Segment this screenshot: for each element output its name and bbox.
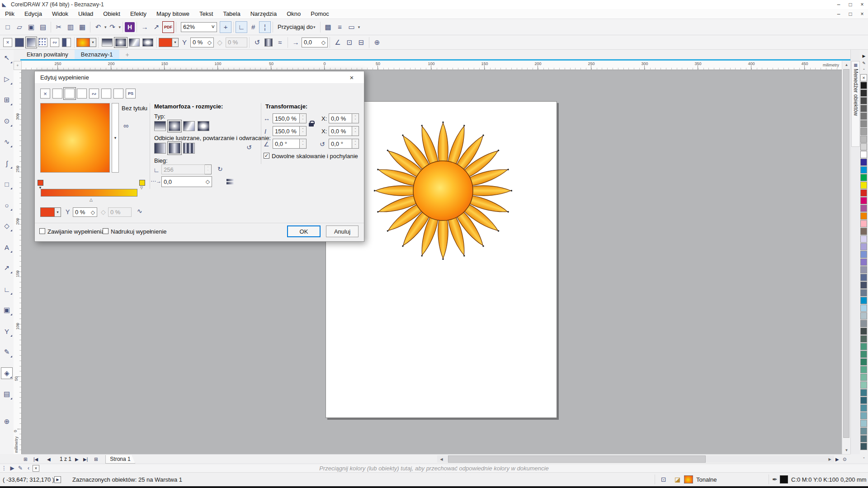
menu-edycja[interactable]: Edycja (19, 10, 47, 17)
copy-icon[interactable]: ▥ (65, 21, 76, 33)
rotate-field[interactable]: 0,0 ° ˆˇ (329, 139, 359, 149)
node-transparency-field[interactable]: 0 % ◇ (190, 38, 214, 47)
menu-widok[interactable]: Widok (47, 10, 73, 17)
palette-swatch[interactable] (860, 220, 867, 227)
palette-swatch[interactable] (860, 358, 867, 366)
type-square-button[interactable] (198, 121, 209, 131)
palette-swatch[interactable] (860, 435, 867, 442)
docpal-no-color-swatch[interactable]: × (33, 465, 39, 472)
guidelines-toggle-icon[interactable]: ¦ (259, 21, 271, 33)
selection-node[interactable] (421, 255, 423, 257)
square-fountain-button[interactable] (142, 38, 153, 47)
skew-field[interactable]: 0,0 ° ˆˇ (273, 139, 307, 149)
quick-customize-icon[interactable]: ⊕ (371, 37, 383, 48)
open-icon[interactable]: ▱ (14, 21, 25, 33)
flower-petal[interactable] (375, 186, 417, 196)
palette-swatch[interactable] (860, 205, 867, 212)
corner-pan-icon[interactable]: ▶ (835, 455, 839, 463)
stop-curve-icon[interactable]: ∿ (137, 207, 142, 215)
flower-petal[interactable] (469, 186, 511, 196)
smooth-fill-icon[interactable]: ≈ (274, 37, 286, 48)
redo-icon[interactable]: ↷ (107, 21, 118, 33)
palette-swatch[interactable] (860, 420, 867, 427)
zoom-level-combo[interactable]: 62% ˅ (181, 22, 217, 32)
doc-restore-button[interactable]: □ (844, 10, 856, 18)
palette-swatch[interactable] (860, 251, 867, 258)
palette-eyedropper-icon[interactable]: ✎ (860, 60, 868, 67)
dimension-tool[interactable]: ↗ (1, 262, 13, 274)
menu-efekty[interactable]: Efekty (125, 10, 151, 17)
selection-node[interactable] (507, 169, 509, 170)
menu-mapy-bitowe[interactable]: Mapy bitowe (151, 10, 194, 17)
radial-fountain-button[interactable] (115, 38, 126, 47)
horizontal-scrollbar[interactable]: ◀ ▶ (437, 455, 834, 463)
offset-stepper-icon[interactable]: ◇ (320, 39, 326, 46)
selection-node[interactable] (511, 190, 512, 192)
ruler-origin-button[interactable]: + (14, 61, 22, 70)
text-tool[interactable]: A (1, 241, 13, 253)
crop-tool[interactable]: ⊞ (1, 94, 13, 106)
tab-ekran-powitalny[interactable]: Ekran powitalny (20, 50, 75, 59)
two-color-fill-tile[interactable] (62, 38, 71, 47)
fill-status-swatch[interactable] (684, 475, 693, 483)
cut-icon[interactable]: ✂ (53, 21, 65, 33)
type-conical-button[interactable] (183, 121, 195, 131)
lock-ratio-icon[interactable] (309, 123, 314, 127)
selection-node[interactable] (463, 125, 465, 127)
palette-swatch[interactable] (860, 381, 867, 389)
palette-swatch[interactable] (860, 82, 867, 89)
fill-picker-dropdown-icon[interactable]: ▾ (90, 38, 96, 47)
tab-beznazwy-1[interactable]: Beznazwy-1 (75, 50, 119, 59)
dlg-vector-pattern-tile[interactable]: ∾ (89, 89, 99, 99)
linear-fountain-button[interactable] (102, 38, 113, 47)
first-page-button[interactable]: |◀ (33, 455, 38, 463)
fill-width-spinner[interactable]: ˆˇ (300, 113, 307, 123)
palette-swatch[interactable] (860, 113, 867, 120)
menu-narz-dzia[interactable]: Narzędzia (245, 10, 282, 17)
flower-center[interactable] (413, 161, 473, 221)
steps-unlock-icon[interactable]: ↻ (217, 165, 223, 173)
stop-transparency-stepper-icon[interactable]: ◇ (90, 209, 95, 216)
selection-node[interactable] (374, 190, 375, 192)
new-document-icon[interactable]: □ (2, 21, 14, 33)
horizontal-scroll-thumb[interactable] (448, 455, 706, 463)
offset-field[interactable]: 0,0 ◇ (161, 176, 212, 187)
gradient-stop-start[interactable] (38, 180, 43, 186)
palette-swatch[interactable] (860, 159, 867, 166)
maximize-button[interactable]: □ (844, 0, 856, 9)
pan-icon[interactable]: + (220, 21, 231, 33)
menu-plik[interactable]: Plik (0, 10, 19, 17)
palette-swatch[interactable] (860, 366, 867, 373)
no-fill-tile[interactable]: × (3, 38, 12, 47)
menu-okno[interactable]: Okno (282, 10, 306, 17)
selection-node[interactable] (443, 122, 444, 123)
midpoint-marker-icon[interactable]: △ (90, 197, 93, 202)
stop-color-swatch[interactable] (40, 207, 55, 217)
menu-obiekt[interactable]: Obiekt (98, 10, 125, 17)
selection-node[interactable] (443, 258, 444, 260)
previous-page-button[interactable]: ◀ (47, 455, 51, 463)
palette-swatch[interactable] (860, 351, 867, 358)
app-launcher-icon[interactable]: H (125, 22, 135, 32)
palette-swatch[interactable] (860, 312, 867, 319)
import-icon[interactable]: → (139, 21, 151, 33)
last-page-button[interactable]: ▶| (83, 455, 88, 463)
pick-tool[interactable]: ↖ (1, 52, 13, 64)
docpal-flyout-icon[interactable]: ▶ (8, 464, 16, 472)
freehand-tool[interactable]: ∿ (1, 136, 13, 148)
type-linear-button[interactable] (154, 121, 166, 131)
palette-swatch[interactable] (860, 120, 867, 127)
dialog-close-icon[interactable]: × (345, 74, 359, 81)
palette-swatch[interactable] (860, 228, 867, 235)
selection-node[interactable] (507, 211, 509, 213)
palette-swatch[interactable] (860, 274, 867, 281)
smart-fill-tool[interactable]: ▤ (1, 388, 13, 400)
color-proof-icon[interactable]: ⊡ (661, 476, 666, 483)
offset-stepper-icon[interactable]: ◇ (204, 178, 210, 185)
palette-swatch[interactable] (860, 189, 867, 197)
palette-swatch[interactable] (860, 143, 867, 150)
dlg-pattern-fill-tile[interactable] (77, 89, 87, 99)
x-offset-field[interactable]: 0,0 % ˆˇ (329, 113, 359, 123)
close-button[interactable]: × (856, 0, 868, 9)
type-radial-button[interactable] (169, 121, 180, 131)
